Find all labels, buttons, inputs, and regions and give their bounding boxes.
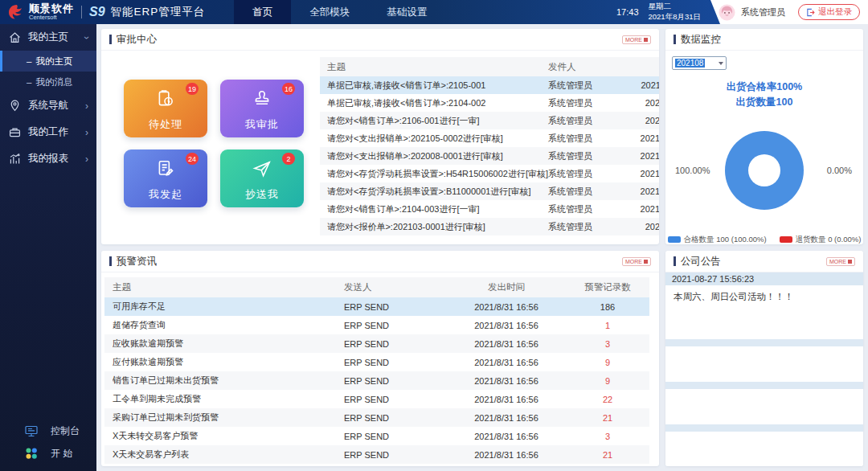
more-square-icon: [644, 260, 648, 264]
alert-table-row[interactable]: 工令单到期未完成预警 ERP SEND 2021/8/31 16:56 22: [104, 390, 649, 408]
donut-chart: 100.00% 0.00%: [665, 117, 863, 223]
avatar[interactable]: [719, 4, 735, 21]
console-button[interactable]: 控制台: [0, 420, 96, 442]
row-sender: ERP SEND: [344, 450, 439, 460]
row-sent-time: 2021/5/22 17:41: [619, 133, 659, 143]
sidebar-item-label: 我的报表: [28, 152, 68, 166]
row-sender: 系统管理员: [548, 150, 619, 162]
brand-divider: [81, 6, 82, 18]
row-subject: 请您对<销售订单>:2104-003进行[一审]: [327, 203, 548, 215]
map-pin-icon: [8, 99, 22, 113]
nav-tab-home[interactable]: 首页: [234, 0, 291, 24]
sidebar-item-label: 系统导航: [28, 99, 68, 113]
approval-table-row[interactable]: 请您对<支出报销单>:202105-0002进行[审核] 系统管理员 2021/…: [320, 129, 659, 147]
row-sender: ERP SEND: [344, 432, 439, 441]
nav-tab-all-modules[interactable]: 全部模块: [291, 0, 368, 24]
tile-cc-to-me[interactable]: 2 抄送我: [220, 149, 304, 207]
legend-label: 合格数量 100 (100.00%): [684, 235, 767, 244]
row-sent-time: 2021/5/22 16:39: [619, 151, 659, 161]
tile-initiated-by-me[interactable]: 24 我发起: [124, 149, 207, 207]
approval-table-row[interactable]: 请您对<销售订单>:2106-001进行[一审] 系统管理员 2021/6/5 …: [320, 112, 659, 129]
date-box: 星期二 2021年8月31日: [649, 2, 701, 23]
chevron-down-icon: [719, 62, 723, 65]
chevron-right-icon: ›: [85, 154, 88, 165]
row-sender: 系统管理员: [548, 203, 619, 215]
logout-button[interactable]: 退出登录: [798, 4, 860, 20]
row-subject: X天未转交易客户预警: [113, 430, 344, 442]
start-button[interactable]: 开 始: [0, 442, 96, 465]
row-subject: 请您对<报价单>:202103-0001进行[审核]: [327, 221, 548, 233]
approval-table-row[interactable]: 请您对<存货浮动耗损率设置>:B11000001进行[审核] 系统管理员 202…: [320, 182, 659, 200]
title-accent-bar: [674, 256, 676, 266]
approval-table-row[interactable]: 请您对<销售订单>:2104-003进行[一审] 系统管理员 2021/4/23…: [320, 200, 659, 218]
sidebar-item-label: 我的工作: [28, 125, 68, 139]
notice-more-button[interactable]: MORE: [826, 257, 855, 266]
sidebar: 我的主页 › – 我的主页 – 我的消息 系统导航 › 我的工作 › 我的报表 …: [0, 24, 96, 471]
more-label: MORE: [625, 37, 642, 43]
approval-table-row[interactable]: 单据已审核,请接收<销售订单>:2104-002 系统管理员 2021/8/5 …: [320, 94, 659, 112]
alert-table-row[interactable]: 超储存货查询 ERP SEND 2021/8/31 16:56 1: [104, 316, 649, 334]
period-select[interactable]: 202108: [672, 56, 727, 70]
tile-my-approvals[interactable]: 16 我审批: [220, 80, 304, 137]
sidebar-item-label: 我的主页: [28, 31, 68, 44]
alert-table-row[interactable]: 销售订单已过期未出货预警 ERP SEND 2021/8/31 16:56 9: [104, 371, 649, 390]
row-subject: 请您对<支出报销单>:202008-0001进行[审核]: [327, 150, 548, 162]
tile-pending[interactable]: 19 待处理: [124, 80, 207, 137]
sidebar-item-my-reports[interactable]: 我的报表 ›: [0, 145, 96, 172]
approval-more-button[interactable]: MORE: [622, 35, 651, 44]
subitem-dash: –: [27, 77, 31, 87]
approval-table-row[interactable]: 请您对<存货浮动耗损率设置>:H54R15006002进行[审核] 系统管理员 …: [320, 165, 659, 182]
chart-legend: 合格数量 100 (100.00%) 退货数量 0 (0.00%): [665, 235, 863, 244]
sidebar-subitem-my-home[interactable]: – 我的主页: [0, 51, 96, 72]
alert-table-row[interactable]: X天未转交易客户预警 ERP SEND 2021/8/31 16:56 3: [104, 427, 649, 445]
legend-item-pass: 合格数量 100 (100.00%): [668, 235, 767, 244]
alert-table-row[interactable]: X天未交易客户列表 ERP SEND 2021/8/31 16:56 21: [104, 445, 649, 464]
approval-panel-title: 审批中心: [117, 33, 157, 47]
more-square-icon: [644, 38, 648, 42]
notice-empty-slot-bar: [665, 339, 863, 346]
row-sent-time: 2021/8/31 16:56: [439, 321, 574, 330]
alert-table-row[interactable]: 应收账款逾期预警 ERP SEND 2021/8/31 16:56 3: [104, 334, 649, 353]
notice-entry-time[interactable]: 2021-08-27 15:56:23: [665, 272, 863, 285]
row-subject: 可用库存不足: [113, 301, 344, 313]
nav-tab-basic-settings[interactable]: 基础设置: [368, 0, 445, 24]
row-sender: 系统管理员: [548, 80, 619, 92]
row-subject: 采购订单已过期未到货预警: [113, 412, 344, 424]
alert-table-row[interactable]: 应付账款逾期预警 ERP SEND 2021/8/31 16:56 9: [104, 353, 649, 371]
data-monitor-panel: 数据监控 202108 出货合格率100% 出货数量100 100.00% 0.…: [665, 29, 863, 244]
row-subject: 销售订单已过期未出货预警: [113, 375, 344, 387]
approval-table-row[interactable]: 请您对<报价单>:202103-0001进行[审核] 系统管理员 2021/3/…: [320, 218, 659, 236]
alerts-table: 主题 发送人 发出时间 预警记录数 可用库存不足 ERP SEND 2021/8…: [104, 277, 649, 464]
sidebar-item-my-home[interactable]: 我的主页 ›: [0, 24, 96, 51]
alert-table-row[interactable]: 可用库存不足 ERP SEND 2021/8/31 16:56 186: [104, 297, 649, 316]
alerts-more-button[interactable]: MORE: [622, 257, 651, 266]
chevron-right-icon: ›: [85, 127, 88, 138]
weekday-label: 星期二: [649, 2, 701, 12]
row-sent-time: 2021/8/31 16:56: [439, 395, 574, 404]
row-alert-count: 3: [574, 339, 641, 349]
legend-swatch-red: [780, 236, 792, 243]
row-sent-time: 2021/8/31 16:56: [439, 450, 574, 460]
donut-ring[interactable]: [725, 131, 804, 210]
notice-panel-title: 公司公告: [681, 255, 721, 268]
cc-count-badge: 2: [282, 153, 295, 165]
notice-empty-slot-bar: [665, 382, 863, 389]
approval-table-header: 主题 发件人 发出时间: [320, 57, 659, 76]
start-label: 开 始: [51, 447, 72, 461]
alerts-panel: 预警资讯 MORE 主题 发送人 发出时间 预警记录数 可用库存不足 ERP S…: [101, 251, 659, 466]
row-alert-count: 3: [574, 432, 641, 441]
row-alert-count: 1: [574, 321, 641, 330]
row-sent-time: 2021/8/14 11:45: [619, 80, 659, 90]
approval-table-row[interactable]: 请您对<支出报销单>:202008-0001进行[审核] 系统管理员 2021/…: [320, 147, 659, 165]
sidebar-item-my-work[interactable]: 我的工作 ›: [0, 119, 96, 145]
approval-table-row[interactable]: 单据已审核,请接收<销售订单>:2105-001 系统管理员 2021/8/14…: [320, 76, 659, 94]
doc-edit-icon: [155, 158, 176, 179]
approval-center-panel: 审批中心 MORE 19 待处理: [101, 29, 659, 244]
tile-label: 待处理: [149, 117, 182, 132]
column-subject: 主题: [327, 61, 548, 73]
console-icon: [24, 424, 39, 438]
alert-table-row[interactable]: 采购订单已过期未到货预警 ERP SEND 2021/8/31 16:56 21: [104, 408, 649, 427]
row-sender: ERP SEND: [344, 395, 439, 404]
sidebar-item-system-nav[interactable]: 系统导航 ›: [0, 92, 96, 119]
sidebar-subitem-my-messages[interactable]: – 我的消息: [0, 72, 96, 92]
